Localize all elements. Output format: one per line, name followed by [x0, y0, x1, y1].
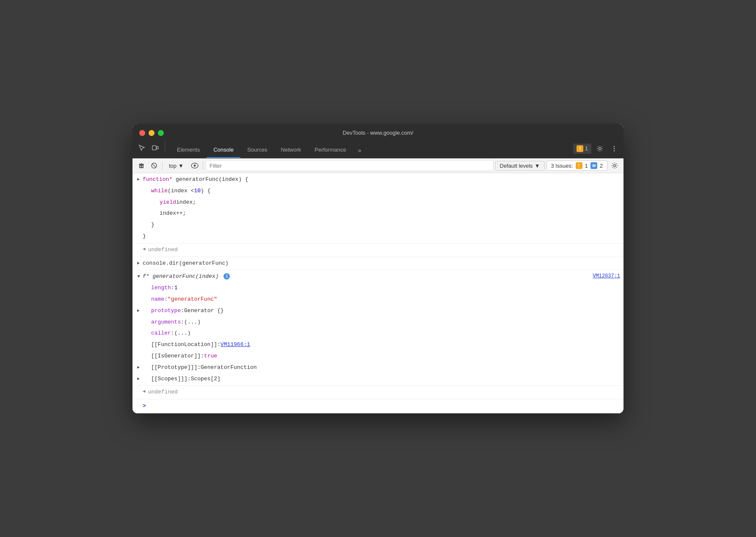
expand-arrow-scopes: ▶	[136, 376, 141, 382]
console-entry-undefined-1: ◀ undefined	[132, 244, 624, 257]
svg-point-3	[614, 146, 615, 147]
while-line: while (index < 10 ) {	[132, 185, 624, 197]
svg-marker-6	[139, 163, 144, 165]
tab-sources[interactable]: Sources	[240, 143, 274, 158]
expand-arrow: ▶	[136, 176, 141, 183]
console-settings-button[interactable]	[609, 160, 620, 171]
warning-count-icon: !	[576, 162, 582, 169]
maximize-button[interactable]	[158, 130, 164, 136]
traffic-lights	[139, 130, 164, 136]
tab-performance[interactable]: Performance	[308, 143, 353, 158]
arguments-line: arguments : (...)	[132, 317, 624, 328]
info-icon[interactable]: i	[223, 273, 230, 280]
console-entry-function-def: ▶ function* generatorFunc(index) { while…	[132, 173, 624, 244]
tab-bar: Elements Console Sources Network Perform…	[132, 141, 624, 158]
svg-point-2	[599, 148, 601, 150]
console-entry-consoledir: ▶ console.dir(generatorFunc)	[132, 257, 624, 271]
tab-network[interactable]: Network	[274, 143, 308, 158]
return-arrow-2: ◀	[143, 388, 146, 396]
expand-arrow-3: ▶	[135, 274, 142, 279]
prototype-line[interactable]: ▶ prototype : Generator {}	[132, 305, 624, 317]
device-toolbar-button[interactable]	[149, 142, 161, 154]
undefined-line-1: ◀ undefined	[132, 244, 624, 256]
while-close-line: }	[132, 219, 624, 231]
svg-point-4	[614, 148, 615, 149]
svg-rect-7	[139, 165, 143, 168]
window-title: DevTools - www.google.com/	[343, 130, 414, 136]
scopes-line[interactable]: ▶ [[Scopes]] ]: Scopes[2]	[132, 374, 624, 385]
info-count-icon: ✉	[590, 162, 597, 169]
settings-button[interactable]	[594, 143, 606, 155]
vm-link-2[interactable]: VM11966:1	[221, 340, 250, 349]
caller-line: caller : (...)	[132, 328, 624, 339]
svg-point-14	[614, 165, 616, 167]
devtools-window: DevTools - www.google.com/ Elements	[132, 124, 624, 413]
console-entry-undefined-2: ◀ undefined	[132, 386, 624, 399]
context-selector[interactable]: top ▼	[165, 161, 188, 171]
console-entry-func-expanded: ▶ f* generatorFunc(index) i VM12037:1 le…	[132, 270, 624, 386]
function-def-line[interactable]: ▶ function* generatorFunc(index) {	[132, 174, 624, 185]
tab-divider	[165, 141, 165, 151]
expand-arrow-prototype: ▶	[136, 307, 141, 314]
expand-arrow-proto2: ▶	[136, 364, 141, 371]
block-requests-button[interactable]	[149, 160, 160, 171]
consoledir-line[interactable]: ▶ console.dir(generatorFunc)	[132, 258, 624, 269]
console-toolbar: top ▼ Default levels ▼ 3 Issues: ! 1 ✉ 2	[132, 158, 624, 173]
return-arrow-1: ◀	[143, 246, 146, 253]
isgenerator-line: [[IsGenerator]] : true	[132, 351, 624, 362]
console-content: ▶ function* generatorFunc(index) { while…	[132, 173, 624, 413]
yield-line: yield index;	[132, 197, 624, 208]
svg-rect-0	[152, 146, 156, 150]
tab-elements[interactable]: Elements	[170, 143, 207, 158]
prototype2-line[interactable]: ▶ [[Prototype]] ]: GeneratorFunction	[132, 362, 624, 374]
title-bar: DevTools - www.google.com/	[132, 124, 624, 141]
close-button[interactable]	[139, 130, 145, 136]
console-prompt-line[interactable]: >	[132, 399, 624, 413]
filter-input[interactable]	[206, 160, 494, 171]
clear-console-button[interactable]	[136, 160, 147, 171]
index-plus-line: index++;	[132, 208, 624, 219]
inspect-element-button[interactable]	[136, 142, 148, 154]
toolbar-divider-1	[162, 161, 163, 170]
issues-button[interactable]: ! 1	[573, 144, 591, 154]
svg-line-11	[152, 164, 156, 167]
tab-bar-left-icons	[136, 141, 167, 158]
svg-point-5	[614, 150, 615, 152]
func-close-line: }	[132, 231, 624, 242]
live-expressions-button[interactable]	[189, 160, 200, 171]
warn-badge-icon: !	[577, 145, 583, 152]
name-line: name : "generatorFunc"	[132, 294, 624, 305]
tab-console[interactable]: Console	[207, 143, 240, 158]
minimize-button[interactable]	[149, 130, 155, 136]
tab-bar-right-icons: ! 1	[573, 143, 620, 158]
svg-point-13	[193, 165, 196, 167]
undefined-line-2: ◀ undefined	[132, 387, 624, 398]
log-levels-button[interactable]: Default levels ▼	[495, 161, 545, 171]
toolbar-divider-2	[203, 161, 203, 170]
vm-link-1[interactable]: VM12037:1	[584, 272, 620, 280]
svg-rect-1	[157, 147, 158, 149]
funcloc-line: [[FunctionLocation]] : VM11966:1	[132, 339, 624, 351]
more-tabs-button[interactable]: »	[353, 144, 367, 158]
more-options-button[interactable]	[608, 143, 620, 155]
expand-arrow-2: ▶	[136, 260, 141, 267]
main-tabs: Elements Console Sources Network Perform…	[170, 143, 573, 158]
func-header-line[interactable]: ▶ f* generatorFunc(index) i VM12037:1	[132, 271, 624, 282]
issues-count-badge[interactable]: 3 Issues: ! 1 ✉ 2	[546, 161, 608, 171]
length-line: length : 1	[132, 282, 624, 294]
